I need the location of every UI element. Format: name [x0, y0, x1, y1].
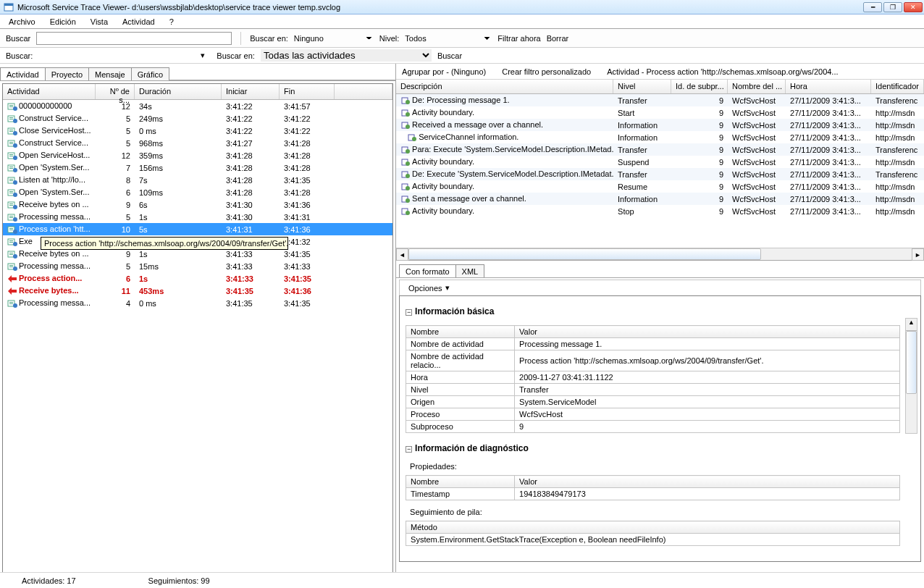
svg-rect-8 — [9, 119, 13, 119]
close-button[interactable]: ✕ — [904, 2, 923, 12]
col-actividad[interactable]: Actividad — [3, 84, 96, 99]
row-tooltip: Process action 'http://schemas.xmlsoap.o… — [41, 237, 288, 250]
activity-icon — [7, 176, 17, 185]
collapse-diag-icon[interactable]: − — [406, 446, 412, 453]
col-descripcion[interactable]: Descripción — [396, 80, 613, 93]
trace-row[interactable]: ServiceChannel information.Information9W… — [396, 131, 924, 143]
activity-icon — [7, 188, 17, 197]
scroll-left-icon[interactable]: ◄ — [396, 248, 408, 261]
tab-formato[interactable]: Con formato — [399, 264, 456, 277]
trace-hscrollbar[interactable]: ◄ ► — [396, 248, 924, 260]
trace-row[interactable]: Activity boundary.Resume9WcfSvcHost27/11… — [396, 180, 924, 193]
activity-row[interactable]: Listen at 'http://lo...87s3:41:283:41:35 — [3, 174, 392, 186]
opciones-bar[interactable]: Opciones ▾ — [399, 280, 921, 295]
svg-rect-7 — [9, 117, 13, 118]
svg-point-69 — [406, 125, 410, 129]
trace-icon — [400, 158, 411, 167]
stack-row: System.Environment.GetStackTrace(Excepti… — [406, 534, 900, 546]
menu-archivo[interactable]: Archivo — [3, 16, 41, 28]
trace-row[interactable]: Sent a message over a channel.Informatio… — [396, 193, 924, 205]
trace-row[interactable]: Activity boundary.Suspend9WcfSvcHost27/1… — [396, 156, 924, 168]
trace-icon — [400, 170, 411, 179]
trace-row[interactable]: Activity boundary.Stop9WcfSvcHost27/11/2… — [396, 205, 924, 217]
borrar-link[interactable]: Borrar — [547, 34, 569, 43]
tab-actividad[interactable]: Actividad — [0, 67, 46, 80]
filtrar-ahora-link[interactable]: Filtrar ahora — [497, 34, 540, 43]
col-hora[interactable]: Hora — [786, 80, 871, 93]
activity-row[interactable]: Receive bytes...11453ms3:41:353:41:36 — [3, 285, 392, 297]
activity-row[interactable]: Open ServiceHost...12359ms3:41:283:41:28 — [3, 149, 392, 161]
buscar-en-combo[interactable]: Ninguno — [294, 31, 374, 46]
activity-row[interactable]: Construct Service...5249ms3:41:223:41:22 — [3, 112, 392, 125]
title-bar: Microsoft Service Trace Viewer- d:\users… — [0, 0, 924, 14]
buscar2-button[interactable]: Buscar — [437, 51, 462, 60]
status-traces: Seguimientos: 99 — [148, 576, 210, 585]
menu-actividad[interactable]: Actividad — [117, 16, 161, 28]
activity-icon — [7, 225, 17, 234]
app-icon — [3, 2, 14, 12]
activity-row[interactable]: Open 'System.Ser...7156ms3:41:283:41:28 — [3, 161, 392, 174]
menu-help[interactable]: ? — [164, 16, 180, 28]
col-fin[interactable]: Fin — [280, 84, 335, 99]
tab-mensaje[interactable]: Mensaje — [88, 67, 132, 80]
col-nivel[interactable]: Nivel — [613, 80, 671, 93]
svg-point-67 — [406, 112, 410, 117]
stack-label: Seguimiento de pila: — [410, 508, 915, 516]
buscar-input[interactable] — [36, 32, 232, 45]
activity-row[interactable]: Process action...61s3:41:333:41:35 — [3, 272, 392, 285]
activity-row[interactable]: Processing messa...40 ms3:41:353:41:35 — [3, 297, 392, 309]
activity-row[interactable]: Processing messa...51s3:41:303:41:31 — [3, 211, 392, 223]
svg-point-33 — [13, 193, 17, 197]
col-tid[interactable]: Id. de subpr... — [671, 80, 728, 93]
maximize-button[interactable]: ❐ — [883, 2, 902, 12]
trace-row[interactable]: Received a message over a channel.Inform… — [396, 119, 924, 131]
svg-rect-55 — [9, 265, 13, 266]
minimize-button[interactable]: ━ — [863, 2, 882, 12]
col-duracion[interactable]: Duración — [135, 84, 222, 99]
activity-row[interactable]: Process action 'htt...105s3:41:313:41:36 — [3, 223, 392, 235]
create-filter-link[interactable]: Crear filtro personalizado — [502, 67, 591, 76]
activity-row[interactable]: Open 'System.Ser...6109ms3:41:283:41:28 — [3, 186, 392, 198]
col-nombre[interactable]: Nombre del ... — [728, 80, 786, 93]
activity-row[interactable]: Processing messa...515ms3:41:333:41:33 — [3, 260, 392, 272]
trace-grid[interactable]: Descripción Nivel Id. de subpr... Nombre… — [396, 80, 924, 246]
activity-row[interactable]: Construct Service...5968ms3:41:273:41:28 — [3, 137, 392, 149]
svg-point-49 — [13, 242, 17, 246]
col-iniciar[interactable]: Iniciar — [222, 84, 280, 99]
trace-row[interactable]: De: Processing message 1.Transfer9WcfSvc… — [396, 94, 924, 106]
trace-row[interactable]: Para: Execute 'System.ServiceModel.Descr… — [396, 143, 924, 156]
scroll-thumb[interactable] — [408, 248, 760, 260]
trace-icon — [400, 146, 411, 154]
scroll-right-icon[interactable]: ► — [912, 248, 924, 261]
status-activities: Actividades: 17 — [22, 576, 76, 585]
group-by-link[interactable]: Agrupar por - (Ninguno) — [402, 67, 486, 76]
trace-icon — [400, 109, 411, 117]
activity-row[interactable]: Receive bytes on ...96s3:41:303:41:36 — [3, 198, 392, 211]
tab-proyecto[interactable]: Proyecto — [45, 67, 89, 80]
activity-icon — [7, 114, 17, 123]
menu-edicion[interactable]: Edición — [44, 16, 82, 28]
trace-row[interactable]: Activity boundary.Start9WcfSvcHost27/11/… — [396, 106, 924, 119]
svg-rect-56 — [9, 266, 13, 267]
activity-grid[interactable]: Actividad Nº de s... Duración Iniciar Fi… — [2, 83, 393, 582]
svg-marker-58 — [8, 275, 17, 282]
activity-row[interactable]: Close ServiceHost...50 ms3:41:223:41:22 — [3, 125, 392, 137]
nivel-combo[interactable]: Todos — [405, 31, 492, 46]
menu-vista[interactable]: Vista — [85, 16, 114, 28]
kv-row: Nombre de actividad relacio...Process ac… — [406, 350, 900, 371]
left-tabstrip: Actividad Proyecto Mensaje Gráfico — [0, 64, 395, 81]
basic-vscrollbar[interactable]: ▲ — [905, 318, 917, 434]
activity-icon — [7, 151, 17, 160]
kv-row: Subproceso9 — [406, 421, 900, 433]
col-ns[interactable]: Nº de s... — [96, 84, 135, 99]
col-id[interactable]: Identificador — [871, 80, 924, 93]
buscar-en2-label: Buscar en: — [217, 51, 255, 60]
activity-row[interactable]: 0000000000001234s3:41:223:41:57 — [3, 100, 392, 112]
activity-icon — [7, 299, 17, 308]
collapse-basic-icon[interactable]: − — [406, 309, 412, 316]
tab-grafico[interactable]: Gráfico — [131, 67, 169, 80]
tab-xml[interactable]: XML — [455, 264, 485, 277]
trace-row[interactable]: De: Execute 'System.ServiceModel.Descrip… — [396, 168, 924, 180]
activity-icon — [7, 287, 17, 295]
buscar-en2-combo[interactable]: Todas las actividades — [261, 49, 432, 62]
